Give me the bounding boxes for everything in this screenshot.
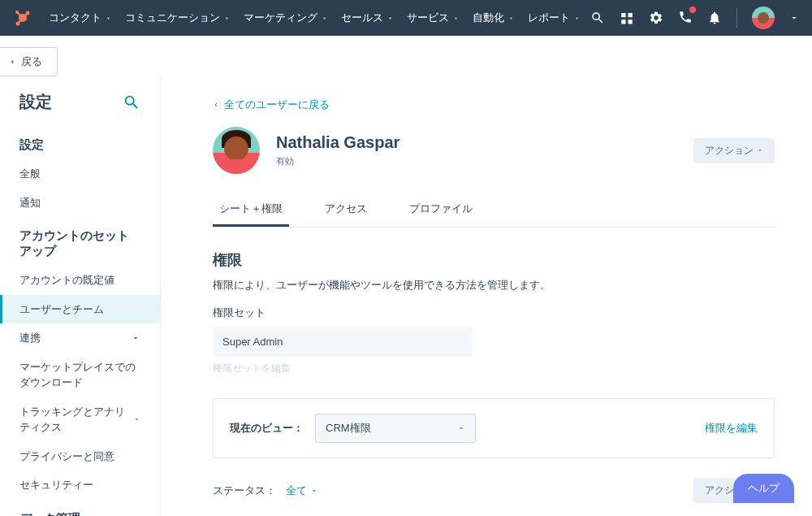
- chevron-down-icon: [789, 13, 799, 23]
- back-label: 戻る: [21, 54, 42, 69]
- tab[interactable]: シート＋権限: [213, 193, 289, 227]
- sidebar-search-icon[interactable]: [123, 93, 140, 111]
- chevron-down-icon: [457, 424, 465, 432]
- permissions-title: 権限: [213, 250, 775, 270]
- view-label: 現在のビュー：: [230, 421, 304, 436]
- sidebar-section-title: 設定: [0, 126, 160, 159]
- view-select[interactable]: CRM権限: [315, 414, 476, 443]
- svg-rect-7: [621, 13, 625, 17]
- sidebar-item[interactable]: アカウントの既定値: [0, 266, 160, 295]
- sidebar-item[interactable]: ユーザーとチーム: [0, 295, 160, 324]
- svg-rect-8: [628, 13, 633, 17]
- sidebar-item[interactable]: マーケットプレイスでのダウンロード: [0, 353, 160, 397]
- nav-item[interactable]: コミュニケーション: [125, 11, 231, 25]
- chevron-down-icon: [310, 487, 318, 495]
- chevron-down-icon: [452, 15, 460, 22]
- nav-item[interactable]: セールス: [341, 11, 394, 25]
- back-button[interactable]: 戻る: [0, 47, 58, 76]
- svg-rect-9: [621, 20, 625, 24]
- edit-perm-set-link: 権限セットを編集: [213, 362, 775, 375]
- tab[interactable]: アクセス: [318, 193, 374, 227]
- help-button[interactable]: ヘルプ: [733, 474, 794, 503]
- chevron-down-icon: [387, 15, 394, 22]
- perm-set-value: Super Admin: [213, 327, 473, 357]
- user-avatar: [213, 127, 260, 174]
- edit-permissions-link[interactable]: 権限を編集: [705, 421, 758, 436]
- gear-icon[interactable]: [649, 11, 663, 25]
- hubspot-logo[interactable]: [13, 8, 32, 28]
- sidebar-section-title: データ管理: [0, 500, 160, 517]
- nav-item[interactable]: サービス: [407, 11, 460, 25]
- chevron-down-icon: [321, 15, 328, 22]
- bell-icon[interactable]: [707, 11, 722, 25]
- sidebar-item[interactable]: 通知: [0, 189, 160, 218]
- nav-item[interactable]: レポート: [528, 11, 581, 25]
- chevron-down-icon: [131, 333, 140, 343]
- sidebar-item[interactable]: 全般: [0, 159, 160, 189]
- phone-icon[interactable]: [678, 10, 693, 27]
- perm-set-label: 権限セット: [213, 306, 775, 320]
- sidebar-item[interactable]: 連携: [0, 323, 160, 353]
- chevron-down-icon: [573, 15, 581, 22]
- permissions-desc: 権限により、ユーザーが機能やツールを使用できる方法を管理します。: [213, 278, 775, 293]
- chevron-down-icon: [223, 15, 231, 22]
- search-icon[interactable]: [590, 11, 605, 25]
- sidebar-title: 設定: [19, 91, 52, 113]
- user-avatar-menu[interactable]: [752, 7, 775, 29]
- sidebar-item[interactable]: トラッキングとアナリティクス: [0, 397, 160, 442]
- nav-item[interactable]: 自動化: [473, 11, 515, 25]
- chevron-down-icon: [508, 15, 515, 22]
- status-filter[interactable]: 全て: [286, 483, 318, 498]
- tab[interactable]: プロファイル: [403, 193, 479, 227]
- sidebar-item[interactable]: セキュリティー: [0, 470, 160, 500]
- chevron-down-icon: [133, 414, 140, 424]
- marketplace-icon[interactable]: [620, 11, 634, 25]
- user-status: 有効: [276, 155, 400, 167]
- action-button[interactable]: アクション: [693, 138, 775, 163]
- chevron-down-icon: [105, 15, 112, 22]
- sidebar-item[interactable]: プライバシーと同意: [0, 442, 160, 471]
- back-to-users-link[interactable]: 全てのユーザーに戻る: [213, 98, 330, 112]
- nav-item[interactable]: マーケティング: [244, 11, 328, 25]
- svg-rect-10: [628, 20, 633, 24]
- user-name: Nathalia Gaspar: [276, 133, 400, 152]
- status-label: ステータス：: [213, 483, 276, 498]
- sidebar-section-title: アカウントのセットアップ: [0, 217, 160, 266]
- nav-item[interactable]: コンタクト: [49, 11, 112, 25]
